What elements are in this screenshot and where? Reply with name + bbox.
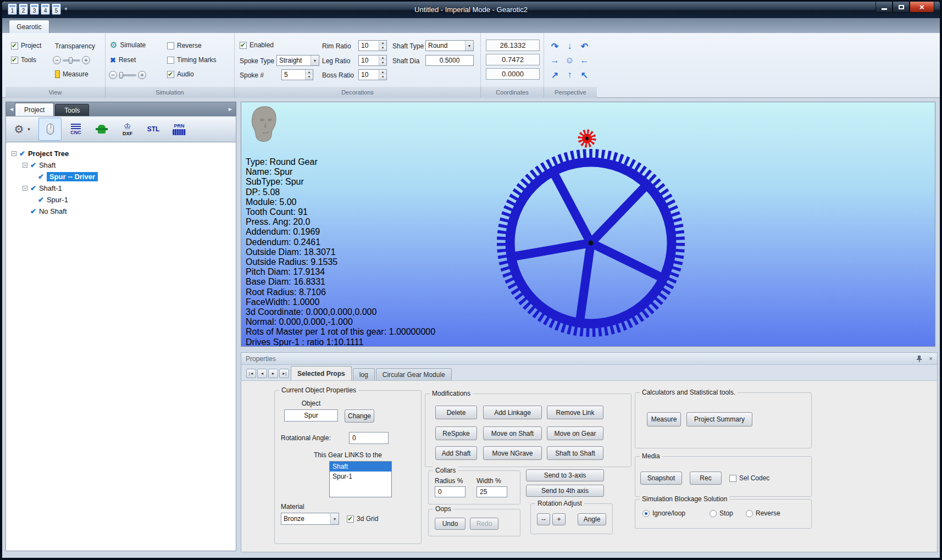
- tree-label[interactable]: Shaft-1: [39, 184, 62, 192]
- perspective-up-icon[interactable]: ↑: [562, 68, 577, 81]
- move-on-gear-button[interactable]: Move on Gear: [547, 426, 603, 440]
- tree-row-spur-driver[interactable]: ✔ Spur -- Driver: [6, 171, 236, 182]
- stop-radio-button[interactable]: [710, 510, 717, 517]
- gearotic-menu-button[interactable]: ⚙ ▼: [9, 118, 36, 141]
- rim-ratio-spinner[interactable]: 10 ▲▼: [358, 40, 387, 51]
- sel-codec-checkbox[interactable]: Sel Codec: [729, 474, 769, 482]
- transparency-minus-icon[interactable]: −: [53, 56, 61, 64]
- add-shaft-button[interactable]: Add Shaft: [435, 446, 477, 460]
- tab-gearotic[interactable]: Gearotic: [9, 20, 49, 33]
- boss-ratio-up-icon[interactable]: ▲: [379, 70, 386, 75]
- tree-expander[interactable]: −: [12, 151, 16, 156]
- respoke-button[interactable]: ReSpoke: [435, 426, 477, 440]
- undo-button[interactable]: Undo: [435, 518, 466, 530]
- reverse-checkbox-box[interactable]: [167, 42, 174, 49]
- tab-circular-gear-module[interactable]: Circular Gear Module: [376, 368, 452, 380]
- properties-close-icon[interactable]: ×: [929, 355, 933, 363]
- reverse-checkbox[interactable]: Reverse: [167, 42, 202, 49]
- tree-row-project-tree[interactable]: − ✔ Project Tree: [6, 148, 236, 159]
- project-checkbox[interactable]: Project: [11, 42, 41, 49]
- tree-label[interactable]: No Shaft: [39, 207, 67, 215]
- grid-checkbox[interactable]: 3d Grid: [347, 515, 378, 523]
- tab-tools[interactable]: Tools: [55, 104, 89, 116]
- links-list-item-selected[interactable]: Shaft: [330, 462, 391, 472]
- collar-width-field[interactable]: [476, 486, 507, 497]
- gear-viewport[interactable]: Type: Round Gear Name: Spur SubType: Spu…: [241, 102, 935, 347]
- tab-selected-props[interactable]: Selected Props: [291, 366, 352, 380]
- rotate-angle-button[interactable]: Angle: [578, 513, 606, 525]
- links-list-item[interactable]: Spur-1: [330, 472, 391, 481]
- tab-nav-first-icon[interactable]: |◄: [246, 369, 256, 378]
- fourth-axis-button[interactable]: [90, 118, 113, 141]
- spoke-count-up-icon[interactable]: ▲: [306, 70, 313, 75]
- minimize-button[interactable]: [875, 2, 893, 13]
- tree-label[interactable]: Shaft: [39, 161, 56, 169]
- speed-plus-icon[interactable]: +: [138, 71, 146, 79]
- perspective-home-smiley-icon[interactable]: ☺: [562, 54, 577, 67]
- transparency-plus-icon[interactable]: +: [82, 56, 90, 64]
- rec-button[interactable]: Rec: [690, 472, 722, 485]
- rim-ratio-up-icon[interactable]: ▲: [379, 41, 386, 46]
- tab-nav-last-icon[interactable]: ►|: [279, 369, 289, 378]
- send-to-4th-axis-button[interactable]: Send to 4th axis: [526, 485, 604, 497]
- tree-expander[interactable]: −: [23, 186, 27, 191]
- close-button[interactable]: ×: [910, 2, 934, 13]
- add-linkage-button[interactable]: Add Linkage: [483, 406, 542, 419]
- leg-ratio-up-icon[interactable]: ▲: [379, 56, 386, 60]
- shaft-type-combo[interactable]: Round ▼: [425, 40, 474, 51]
- perspective-rotate-ccw-icon[interactable]: ↶: [577, 40, 592, 53]
- reverse-radio-button[interactable]: [746, 510, 753, 517]
- panel-tab-scroll-left-icon[interactable]: ◄: [9, 106, 14, 112]
- rotate-plus-button[interactable]: +: [552, 513, 566, 525]
- measure-tool[interactable]: Measure: [55, 70, 88, 78]
- material-dropdown-icon[interactable]: ▼: [330, 513, 339, 524]
- move-on-shaft-button[interactable]: Move on Shaft: [483, 426, 542, 440]
- send-to-3axis-button[interactable]: Send to 3-axis: [526, 469, 604, 481]
- stop-radio[interactable]: Stop: [710, 509, 733, 517]
- links-listbox[interactable]: Shaft Spur-1: [329, 461, 392, 497]
- speed-thumb[interactable]: [119, 72, 123, 79]
- shaft-dia-field[interactable]: 0.5000: [425, 55, 474, 66]
- leg-ratio-spinner[interactable]: 10 ▲▼: [358, 55, 387, 66]
- timing-marks-checkbox-box[interactable]: [167, 57, 174, 64]
- tree-row-spur-1[interactable]: ✔ Spur-1: [6, 194, 236, 206]
- rim-ratio-down-icon[interactable]: ▼: [379, 46, 386, 51]
- sel-codec-checkbox-box[interactable]: [729, 475, 736, 482]
- project-checkbox-box[interactable]: [11, 42, 18, 49]
- spoke-type-combo[interactable]: Straight ▼: [276, 55, 319, 66]
- boss-ratio-spinner[interactable]: 10 ▲▼: [358, 69, 387, 80]
- spoke-type-dropdown-icon[interactable]: ▼: [311, 56, 319, 65]
- stl-button[interactable]: STL: [142, 118, 165, 141]
- pin-icon[interactable]: [916, 355, 922, 362]
- leg-ratio-down-icon[interactable]: ▼: [379, 60, 386, 65]
- cnc-button[interactable]: CNC: [64, 118, 87, 141]
- rotate-minus-button[interactable]: --: [537, 513, 550, 525]
- tree-row-shaft[interactable]: − ✔ Shaft: [6, 159, 236, 171]
- perspective-up-left-icon[interactable]: ↖: [577, 68, 592, 81]
- transparency-slider[interactable]: − +: [53, 56, 90, 64]
- project-summary-button[interactable]: Project Summary: [686, 412, 752, 426]
- perspective-rotate-cw-icon[interactable]: ↷: [547, 40, 562, 53]
- move-ngrave-button[interactable]: Move NGrave: [483, 446, 542, 460]
- tab-project[interactable]: Project: [15, 103, 54, 116]
- simulation-speed-slider[interactable]: − +: [109, 71, 146, 79]
- collar-radius-field[interactable]: [435, 486, 466, 497]
- timing-marks-checkbox[interactable]: Timing Marks: [167, 56, 217, 64]
- simulate-button[interactable]: ⚙ Simulate: [110, 41, 146, 49]
- tree-expander[interactable]: −: [23, 163, 27, 168]
- tools-checkbox-box[interactable]: [11, 57, 18, 64]
- ignore-loop-radio[interactable]: Ignore/loop: [642, 509, 685, 517]
- tree-label-selected[interactable]: Spur -- Driver: [47, 172, 98, 181]
- shaft-to-shaft-button[interactable]: Shaft to Shaft: [547, 446, 603, 460]
- object-name-field[interactable]: [284, 409, 338, 422]
- audio-checkbox-box[interactable]: [167, 71, 174, 78]
- tree-label[interactable]: Project Tree: [28, 149, 69, 158]
- perspective-right-icon[interactable]: →: [547, 54, 562, 67]
- tree-row-shaft-1[interactable]: − ✔ Shaft-1: [6, 182, 236, 194]
- measure-button[interactable]: Measure: [647, 412, 681, 426]
- snapshot-button[interactable]: Snapshot: [640, 472, 682, 485]
- maximize-button[interactable]: [893, 2, 910, 13]
- transparency-track[interactable]: [63, 59, 80, 62]
- speed-minus-icon[interactable]: −: [109, 71, 117, 79]
- rotational-angle-field[interactable]: [349, 432, 389, 444]
